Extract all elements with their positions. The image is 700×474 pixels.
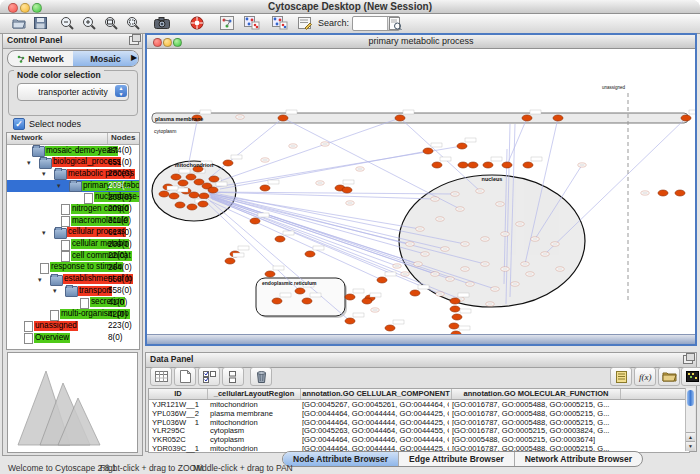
destroy-network-icon[interactable] bbox=[243, 15, 261, 31]
table-row[interactable]: YPL036W__1mitochondrion[GO:0044464, GO:0… bbox=[149, 418, 689, 427]
tree-row[interactable]: ▾metabolic process280(0) bbox=[7, 168, 139, 180]
network-node[interactable] bbox=[169, 193, 179, 199]
birdseye-view[interactable] bbox=[7, 352, 138, 453]
expand-arrow-icon[interactable]: ▾ bbox=[42, 229, 46, 237]
network-node[interactable] bbox=[159, 191, 169, 197]
expand-arrow-icon[interactable]: ▾ bbox=[27, 159, 31, 167]
network-node[interactable] bbox=[342, 187, 352, 193]
new-attribute-icon[interactable] bbox=[174, 367, 196, 386]
tab-network-attribute-browser[interactable]: Network Attribute Browser bbox=[515, 452, 642, 466]
network-node[interactable] bbox=[302, 298, 312, 304]
network-overview-icon[interactable] bbox=[218, 15, 236, 31]
network-node[interactable] bbox=[345, 294, 355, 300]
network-node[interactable] bbox=[658, 190, 668, 196]
network-node[interactable] bbox=[450, 298, 460, 304]
network-node[interactable] bbox=[265, 271, 275, 277]
tree-row[interactable]: mosaic-demo-yeast874(0) bbox=[7, 145, 139, 157]
delete-attribute-icon[interactable] bbox=[250, 367, 272, 386]
network-node[interactable] bbox=[522, 115, 532, 121]
table-row[interactable]: YJR121W__1mitochondrion[GO:0045267, GO:0… bbox=[149, 400, 689, 409]
tree-row[interactable]: cellular metabo209(0) bbox=[7, 239, 139, 251]
tree-row[interactable]: unassigned223(0) bbox=[7, 320, 139, 332]
help-icon[interactable] bbox=[188, 15, 206, 31]
network-node[interactable] bbox=[553, 115, 563, 121]
network-node[interactable] bbox=[423, 148, 433, 154]
network-node[interactable] bbox=[187, 204, 197, 210]
tab-mosaic[interactable]: Mosaic bbox=[73, 51, 138, 66]
table-scrollbar[interactable]: ▲ ▼ bbox=[685, 388, 695, 451]
zoom-in-icon[interactable] bbox=[80, 15, 98, 31]
scrollbar-thumb[interactable] bbox=[687, 390, 694, 406]
network-node[interactable] bbox=[483, 162, 493, 168]
table-row[interactable]: YLR295Ccytoplasm[GO:0045263, GO:0044464,… bbox=[149, 426, 689, 435]
network-node[interactable] bbox=[198, 201, 208, 207]
import-attributes-icon[interactable] bbox=[658, 367, 680, 386]
network-node[interactable] bbox=[250, 218, 260, 224]
expand-arrow-icon[interactable]: ▾ bbox=[38, 276, 42, 284]
network-node[interactable] bbox=[208, 187, 218, 193]
tree-row[interactable]: ▾cellular process614(0) bbox=[7, 227, 139, 239]
node-color-dropdown[interactable]: transporter activity ▲▼ bbox=[17, 83, 129, 101]
network-node[interactable] bbox=[178, 180, 188, 186]
column-mode-icon[interactable] bbox=[222, 367, 244, 386]
column-header[interactable]: ID bbox=[149, 389, 208, 399]
column-header[interactable]: _cellularLayoutRegion bbox=[208, 389, 301, 399]
tree-row[interactable]: multi-organism pro42(0) bbox=[7, 309, 139, 321]
network-node[interactable] bbox=[377, 277, 387, 283]
network-node[interactable] bbox=[675, 190, 685, 196]
tabs-overflow-arrow[interactable]: ▶ bbox=[131, 53, 137, 62]
column-header[interactable]: annotation.GO MOLECULAR_FUNCTION bbox=[452, 389, 621, 399]
network-node[interactable] bbox=[523, 162, 533, 168]
network-node[interactable] bbox=[468, 162, 478, 168]
network-node[interactable] bbox=[225, 258, 235, 264]
network-node[interactable] bbox=[450, 306, 460, 312]
network-node[interactable] bbox=[432, 162, 442, 168]
network-node[interactable] bbox=[260, 185, 270, 191]
table-row[interactable]: YPL036W__2plasma membrane[GO:0044464, GO… bbox=[149, 409, 689, 418]
tree-row[interactable]: secretion41(0) bbox=[7, 297, 139, 309]
network-node[interactable] bbox=[410, 290, 420, 296]
attribute-batch-editor-icon[interactable] bbox=[610, 367, 632, 386]
tree-row[interactable]: response to stimulu264(0) bbox=[7, 262, 139, 274]
network-node[interactable] bbox=[458, 162, 468, 168]
tree-row[interactable]: nitrogen compo209(0) bbox=[7, 203, 139, 215]
select-attributes-icon[interactable] bbox=[198, 367, 220, 386]
network-node[interactable] bbox=[502, 162, 512, 168]
matrix-view-icon[interactable] bbox=[681, 367, 700, 386]
network-node[interactable] bbox=[449, 323, 459, 329]
expand-arrow-icon[interactable]: ▾ bbox=[42, 170, 46, 178]
attribute-table-header[interactable]: ID_cellularLayoutRegionannotation.GO CEL… bbox=[149, 389, 689, 400]
tab-network[interactable]: Network bbox=[8, 51, 73, 66]
network-node[interactable] bbox=[209, 176, 219, 182]
tree-row[interactable]: ▾transport558(0) bbox=[7, 285, 139, 297]
annotation-icon[interactable] bbox=[296, 15, 314, 31]
zoom-selected-icon[interactable] bbox=[124, 15, 142, 31]
tree-row[interactable]: ▾establishment of lo558(0) bbox=[7, 274, 139, 286]
network-node[interactable] bbox=[186, 174, 196, 180]
expand-arrow-icon[interactable]: ▾ bbox=[53, 287, 57, 295]
network-node[interactable] bbox=[457, 143, 467, 149]
network-node[interactable] bbox=[395, 115, 405, 121]
network-window-titlebar[interactable]: primary metabolic process bbox=[147, 35, 695, 49]
zoom-out-icon[interactable] bbox=[58, 15, 76, 31]
network-node[interactable] bbox=[171, 174, 181, 180]
network-node[interactable] bbox=[295, 288, 305, 294]
dropdown-stepper-icon[interactable]: ▲▼ bbox=[115, 85, 127, 97]
snapshot-icon[interactable] bbox=[153, 15, 171, 31]
network-node[interactable] bbox=[278, 115, 288, 121]
network-node[interactable] bbox=[175, 202, 185, 208]
network-node[interactable] bbox=[362, 298, 372, 304]
tree-row[interactable]: Overview8(0) bbox=[7, 332, 139, 344]
open-network-icon[interactable] bbox=[10, 15, 28, 31]
create-network-icon[interactable] bbox=[271, 15, 289, 31]
scroll-down-arrow[interactable]: ▼ bbox=[686, 441, 695, 451]
attribute-table-icon[interactable] bbox=[150, 367, 172, 386]
tab-node-attribute-browser[interactable]: Node Attribute Browser bbox=[283, 452, 399, 466]
network-node[interactable] bbox=[681, 115, 691, 121]
float-panel-icon[interactable] bbox=[683, 355, 693, 364]
tree-row[interactable]: macromolecule311(0) bbox=[7, 215, 139, 227]
network-node[interactable] bbox=[452, 314, 462, 320]
table-row[interactable]: YKR052Ccytoplasm[GO:0044464, GO:0044446,… bbox=[149, 435, 689, 444]
tree-row[interactable]: ▾primary metabo209(... bbox=[7, 180, 139, 192]
expand-arrow-icon[interactable]: ▾ bbox=[57, 182, 61, 190]
